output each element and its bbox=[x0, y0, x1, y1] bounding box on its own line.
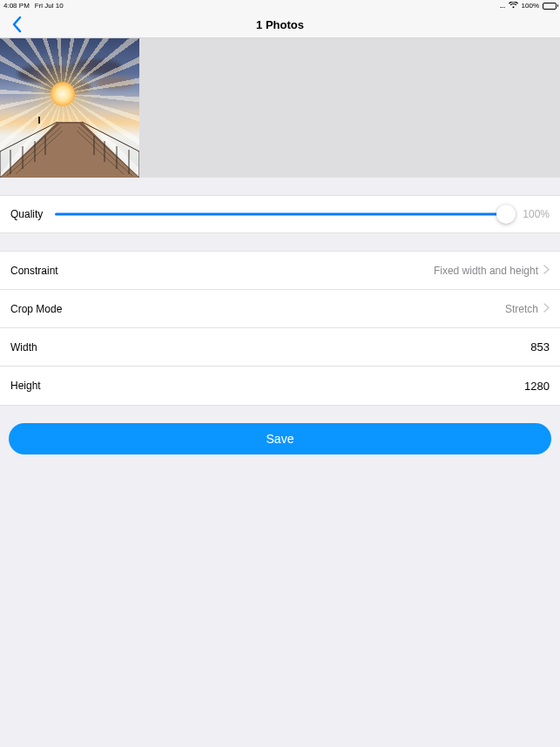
photo-thumbnail[interactable] bbox=[0, 38, 139, 178]
battery-percent: 100% bbox=[522, 2, 539, 10]
status-time: 4:08 PM bbox=[3, 2, 30, 10]
settings-group: Constraint Fixed width and height Crop M… bbox=[0, 251, 560, 406]
constraint-label: Constraint bbox=[10, 265, 58, 277]
crop-mode-value: Stretch bbox=[62, 303, 538, 315]
height-label: Height bbox=[10, 380, 41, 392]
crop-mode-row[interactable]: Crop Mode Stretch bbox=[0, 290, 560, 328]
photo-strip bbox=[0, 38, 560, 178]
cellular-icon: ..... bbox=[499, 2, 504, 10]
save-button[interactable]: Save bbox=[9, 423, 551, 454]
quality-value: 100% bbox=[523, 208, 550, 220]
quality-label: Quality bbox=[10, 208, 43, 220]
chevron-right-icon bbox=[543, 303, 550, 315]
width-row[interactable]: Width 853 bbox=[0, 328, 560, 367]
crop-mode-label: Crop Mode bbox=[10, 303, 62, 315]
height-value: 1280 bbox=[41, 380, 550, 393]
chevron-right-icon bbox=[543, 265, 550, 277]
height-row[interactable]: Height 1280 bbox=[0, 367, 560, 405]
battery-icon bbox=[543, 3, 557, 10]
status-date: Fri Jul 10 bbox=[35, 2, 64, 10]
width-value: 853 bbox=[37, 340, 550, 353]
back-button[interactable] bbox=[7, 14, 28, 35]
slider-thumb[interactable] bbox=[496, 205, 516, 224]
page-title: 1 Photos bbox=[0, 18, 560, 31]
quality-row: Quality 100% bbox=[0, 195, 560, 233]
quality-slider[interactable] bbox=[55, 202, 516, 226]
nav-bar: 1 Photos bbox=[0, 11, 560, 38]
chevron-left-icon bbox=[11, 16, 24, 33]
svg-rect-20 bbox=[38, 117, 40, 124]
width-label: Width bbox=[10, 341, 37, 353]
constraint-row[interactable]: Constraint Fixed width and height bbox=[0, 252, 560, 290]
constraint-value: Fixed width and height bbox=[58, 265, 538, 277]
status-bar: 4:08 PM Fri Jul 10 ..... 100% bbox=[0, 0, 560, 11]
wifi-icon bbox=[509, 2, 518, 10]
